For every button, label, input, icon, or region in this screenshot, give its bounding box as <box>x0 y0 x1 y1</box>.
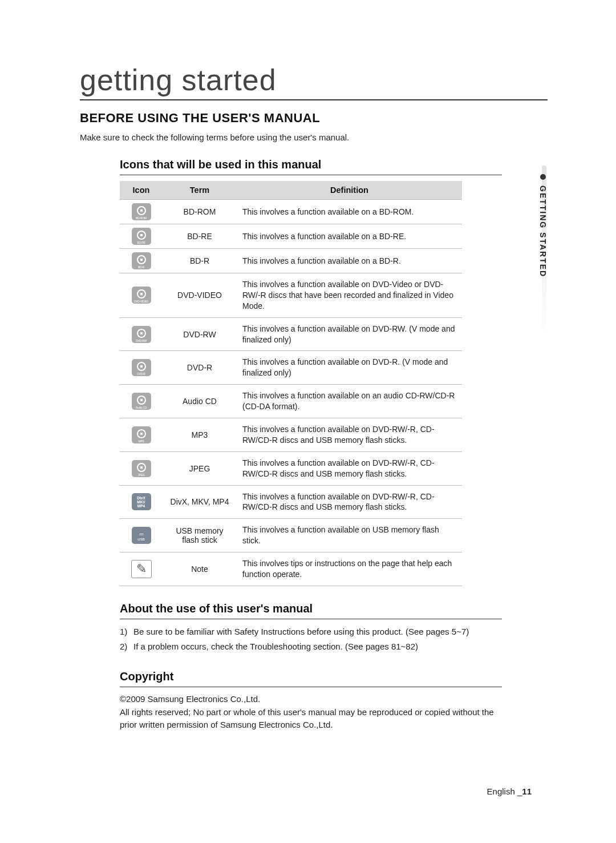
disc-icon: DVD-R <box>132 359 151 376</box>
definition-cell: This involves a function available on DV… <box>237 451 462 485</box>
table-header-row: Icon Term Definition <box>120 181 462 200</box>
usb-icon: ⎓USB <box>132 527 151 544</box>
term-cell: USB memory flash stick <box>163 519 237 552</box>
term-cell: Note <box>163 552 237 586</box>
disc-icon-label: BD-R <box>132 266 151 269</box>
format-chip-icon: DivX MKV MP4 <box>132 493 151 510</box>
table-row: ✎NoteThis involves tips or instructions … <box>120 552 462 586</box>
definition-cell: This involves a function available on DV… <box>237 485 462 519</box>
term-cell: DVD-VIDEO <box>163 273 237 318</box>
icon-cell: DVD-RW <box>120 317 163 351</box>
term-cell: DivX, MKV, MP4 <box>163 485 237 519</box>
table-row: BD-RBD-RThis involves a function availab… <box>120 249 462 273</box>
table-row: DVD-VIDEODVD-VIDEOThis involves a functi… <box>120 273 462 318</box>
definition-cell: This involves a function available on a … <box>237 224 462 249</box>
table-row: DVD-RDVD-RThis involves a function avail… <box>120 351 462 385</box>
usb-trident-icon: ⎓ <box>139 530 144 538</box>
th-icon: Icon <box>120 181 163 200</box>
table-row: BD-REBD-REThis involves a function avail… <box>120 224 462 249</box>
about-list: 1)Be sure to be familiar with Safety Ins… <box>120 625 548 654</box>
icon-cell: BD-ROM <box>120 200 163 224</box>
table-row: BD-ROMBD-ROMThis involves a function ava… <box>120 200 462 224</box>
table-row: DivX MKV MP4DivX, MKV, MP4This involves … <box>120 485 462 519</box>
side-tab-dot-icon <box>540 174 546 180</box>
definition-cell: This involves a function available on US… <box>237 519 462 552</box>
list-item: 2)If a problem occurs, check the Trouble… <box>120 640 548 653</box>
disc-icon-label: BD-ROM <box>132 217 151 220</box>
icon-cell: DVD-VIDEO <box>120 273 163 318</box>
icon-cell: Audio CD <box>120 385 163 418</box>
copyright-subheading: Copyright <box>120 670 502 687</box>
disc-icon: BD-RE <box>132 228 151 245</box>
term-cell: DVD-RW <box>163 317 237 351</box>
disc-icon-label: JPEG <box>132 474 151 477</box>
page-heading: BEFORE USING THE USER'S MANUAL <box>80 111 548 126</box>
disc-icon: BD-ROM <box>132 203 151 220</box>
icon-cell: BD-RE <box>120 224 163 249</box>
disc-icon-label: DVD-R <box>132 373 151 376</box>
disc-icon: MP3 <box>132 426 151 443</box>
list-item-text: If a problem occurs, check the Troublesh… <box>133 642 418 651</box>
term-cell: DVD-R <box>163 351 237 385</box>
disc-icon: Audio CD <box>132 393 151 410</box>
copyright-line: ©2009 Samsung Electronics Co.,Ltd. <box>120 693 502 706</box>
footer-page-number: 11 <box>522 786 532 796</box>
term-cell: BD-RE <box>163 224 237 249</box>
disc-icon-label: BD-RE <box>132 241 151 244</box>
icon-cell: BD-R <box>120 249 163 273</box>
disc-icon: DVD-VIDEO <box>132 287 151 304</box>
disc-icon-label: DVD-VIDEO <box>132 300 151 303</box>
copyright-line: All rights reserved; No part or whole of… <box>120 706 502 732</box>
icons-subheading: Icons that will be used in this manual <box>120 158 502 175</box>
disc-icon-label: MP3 <box>132 440 151 443</box>
definition-cell: This involves a function available on an… <box>237 385 462 418</box>
side-tab-label: GETTING STARTED <box>538 185 548 277</box>
icon-cell: ⎓USB <box>120 519 163 552</box>
icon-cell: DivX MKV MP4 <box>120 485 163 519</box>
table-row: DVD-RWDVD-RWThis involves a function ava… <box>120 317 462 351</box>
icons-table: Icon Term Definition BD-ROMBD-ROMThis in… <box>120 181 462 586</box>
definition-cell: This involves a function available on a … <box>237 200 462 224</box>
disc-icon-label: DVD-RW <box>132 340 151 342</box>
definition-cell: This involves a function available on DV… <box>237 418 462 452</box>
list-item-number: 1) <box>120 625 133 638</box>
disc-icon-label: Audio CD <box>132 406 151 409</box>
disc-icon: BD-R <box>132 252 151 269</box>
about-subheading: About the use of this user's manual <box>120 602 502 619</box>
icon-cell: ✎ <box>120 552 163 586</box>
term-cell: MP3 <box>163 418 237 452</box>
note-icon: ✎ <box>131 560 152 578</box>
list-item-number: 2) <box>120 640 133 653</box>
icon-cell: JPEG <box>120 451 163 485</box>
usb-icon-label: USB <box>137 538 144 541</box>
definition-cell: This involves tips or instructions on th… <box>237 552 462 586</box>
section-title: getting started <box>80 63 548 100</box>
manual-page: getting started BEFORE USING THE USER'S … <box>0 0 616 843</box>
definition-cell: This involves a function available on a … <box>237 249 462 273</box>
definition-cell: This involves a function available on DV… <box>237 351 462 385</box>
term-cell: Audio CD <box>163 385 237 418</box>
definition-cell: This involves a function available on DV… <box>237 317 462 351</box>
term-cell: BD-ROM <box>163 200 237 224</box>
table-row: Audio CDAudio CDThis involves a function… <box>120 385 462 418</box>
intro-text: Make sure to check the following terms b… <box>80 132 548 142</box>
page-footer: English _11 <box>487 786 532 796</box>
term-cell: BD-R <box>163 249 237 273</box>
disc-icon: DVD-RW <box>132 326 151 343</box>
copyright-text: ©2009 Samsung Electronics Co.,Ltd.All ri… <box>120 693 502 732</box>
th-definition: Definition <box>237 181 462 200</box>
list-item: 1)Be sure to be familiar with Safety Ins… <box>120 625 548 638</box>
list-item-text: Be sure to be familiar with Safety Instr… <box>133 627 469 636</box>
definition-cell: This involves a function available on DV… <box>237 273 462 318</box>
table-row: ⎓USBUSB memory flash stickThis involves … <box>120 519 462 552</box>
th-term: Term <box>163 181 237 200</box>
disc-icon: JPEG <box>132 460 151 477</box>
icon-cell: DVD-R <box>120 351 163 385</box>
term-cell: JPEG <box>163 451 237 485</box>
footer-language: English <box>487 786 515 796</box>
table-row: MP3MP3This involves a function available… <box>120 418 462 452</box>
table-row: JPEGJPEGThis involves a function availab… <box>120 451 462 485</box>
side-tab: GETTING STARTED <box>538 174 548 277</box>
icon-cell: MP3 <box>120 418 163 452</box>
